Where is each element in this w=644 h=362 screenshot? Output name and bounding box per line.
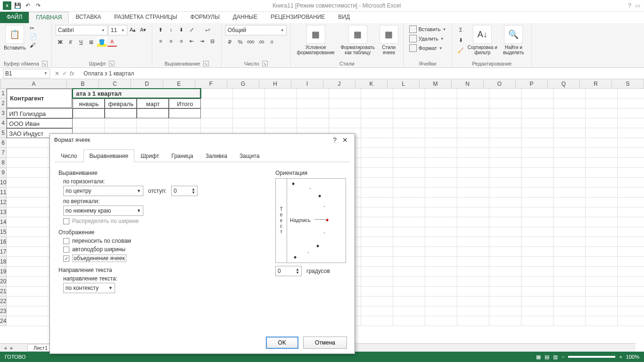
vertical-text-button[interactable]: Текст bbox=[276, 179, 287, 263]
font-launcher[interactable]: ↘ bbox=[109, 61, 115, 66]
cell-N22[interactable] bbox=[457, 296, 489, 306]
cell-R19[interactable] bbox=[586, 267, 618, 277]
cell-S11[interactable] bbox=[618, 188, 644, 197]
cancel-button[interactable]: Отмена bbox=[303, 337, 347, 349]
cell-R7[interactable] bbox=[586, 148, 618, 158]
redo-icon[interactable]: ↷ bbox=[34, 1, 42, 10]
autosum-icon[interactable]: Σ bbox=[456, 25, 465, 34]
cell-S4[interactable] bbox=[618, 118, 644, 128]
cell-Q4[interactable] bbox=[553, 118, 586, 128]
col-header-F[interactable]: F bbox=[195, 79, 227, 89]
col-header-N[interactable]: N bbox=[452, 79, 484, 89]
row-header-14[interactable]: 14 bbox=[0, 217, 7, 227]
cell-S6[interactable] bbox=[618, 138, 644, 148]
cell-K13[interactable] bbox=[361, 207, 393, 217]
cell-a1a2-merged[interactable]: Контрагент bbox=[7, 89, 72, 108]
cell-S2[interactable] bbox=[618, 99, 644, 108]
clipboard-launcher[interactable]: ↘ bbox=[42, 61, 48, 66]
cell-styles-button[interactable]: ▦Стили ячеек bbox=[379, 25, 399, 55]
cell-M5[interactable] bbox=[425, 128, 457, 138]
cell-K22[interactable] bbox=[361, 296, 393, 306]
cell-P12[interactable] bbox=[521, 197, 553, 207]
underline-button[interactable]: Ч bbox=[76, 37, 86, 47]
ribbon-display-icon[interactable]: ▭ bbox=[635, 2, 640, 9]
cell-Q17[interactable] bbox=[553, 247, 586, 257]
cell-N17[interactable] bbox=[457, 247, 489, 257]
cell-S3[interactable] bbox=[618, 108, 644, 118]
orientation-icon[interactable]: ⤢ bbox=[187, 25, 197, 34]
view-normal-icon[interactable]: ▦ bbox=[536, 354, 541, 360]
row-header-2[interactable]: 2 bbox=[0, 99, 7, 108]
cell-N11[interactable] bbox=[457, 188, 489, 197]
cell-L15[interactable] bbox=[393, 227, 425, 237]
cell-K4[interactable] bbox=[361, 118, 393, 128]
format-cells-button[interactable]: Формат▼ bbox=[407, 44, 445, 52]
cell-I4[interactable] bbox=[297, 118, 329, 128]
cell-N19[interactable] bbox=[457, 267, 489, 277]
col-header-P[interactable]: P bbox=[516, 79, 548, 89]
col-header-R[interactable]: R bbox=[580, 79, 612, 89]
cell-M14[interactable] bbox=[425, 217, 457, 227]
cell-P24[interactable] bbox=[521, 316, 553, 326]
cell-N16[interactable] bbox=[457, 237, 489, 247]
cell-K19[interactable] bbox=[361, 267, 393, 277]
row-header-8[interactable]: 8 bbox=[0, 158, 7, 168]
cell-O6[interactable] bbox=[489, 138, 521, 148]
row-header-15[interactable]: 15 bbox=[0, 227, 7, 237]
ok-button[interactable]: OK bbox=[266, 337, 298, 349]
cell-K18[interactable] bbox=[361, 257, 393, 267]
formula-input[interactable]: Оплата з 1 квартал bbox=[79, 70, 644, 77]
wrap-text-checkbox[interactable] bbox=[63, 238, 69, 244]
cell-M11[interactable] bbox=[425, 188, 457, 197]
cell-J4[interactable] bbox=[329, 118, 361, 128]
cell-K23[interactable] bbox=[361, 306, 393, 316]
cell-M7[interactable] bbox=[425, 148, 457, 158]
cell-S12[interactable] bbox=[618, 197, 644, 207]
cell-N23[interactable] bbox=[457, 306, 489, 316]
enter-formula-icon[interactable]: ✓ bbox=[62, 70, 67, 77]
orientation-handle[interactable]: ◆ bbox=[326, 218, 329, 222]
decrease-font-icon[interactable]: A▾ bbox=[139, 25, 148, 34]
tab-view[interactable]: ВИД bbox=[331, 12, 356, 23]
row-header-12[interactable]: 12 bbox=[0, 197, 7, 207]
cell-D4[interactable] bbox=[137, 118, 169, 128]
cell-R23[interactable] bbox=[586, 306, 618, 316]
cell-O4[interactable] bbox=[489, 118, 521, 128]
col-header-I[interactable]: I bbox=[291, 79, 323, 89]
cell-O11[interactable] bbox=[489, 188, 521, 197]
cell-H2[interactable] bbox=[265, 99, 297, 108]
cell-Q21[interactable] bbox=[553, 287, 586, 296]
row-header-19[interactable]: 19 bbox=[0, 267, 7, 277]
row-header-9[interactable]: 9 bbox=[0, 168, 7, 178]
cell-L14[interactable] bbox=[393, 217, 425, 227]
percent-format-icon[interactable]: % bbox=[236, 37, 245, 47]
cell-M6[interactable] bbox=[425, 138, 457, 148]
row-header-11[interactable]: 11 bbox=[0, 188, 7, 197]
cell-F4[interactable] bbox=[201, 118, 233, 128]
cell-C3[interactable] bbox=[105, 108, 137, 118]
dlg-tab-border[interactable]: Граница bbox=[165, 149, 199, 162]
cell-P13[interactable] bbox=[521, 207, 553, 217]
view-pagelayout-icon[interactable]: ▤ bbox=[545, 354, 549, 360]
wrap-text-icon[interactable]: ⮐ bbox=[203, 25, 213, 34]
cell-M10[interactable] bbox=[425, 178, 457, 188]
cell-Q6[interactable] bbox=[553, 138, 586, 148]
cell-M15[interactable] bbox=[425, 227, 457, 237]
shrink-fit-checkbox[interactable] bbox=[63, 247, 69, 253]
text-direction-select[interactable]: по контексту▼ bbox=[63, 283, 115, 293]
cell-P20[interactable] bbox=[521, 277, 553, 287]
cell-P19[interactable] bbox=[521, 267, 553, 277]
cell-S22[interactable] bbox=[618, 296, 644, 306]
cell-P14[interactable] bbox=[521, 217, 553, 227]
cell-K17[interactable] bbox=[361, 247, 393, 257]
col-header-M[interactable]: M bbox=[420, 79, 452, 89]
vertical-align-select[interactable]: по нижнему краю▼ bbox=[63, 206, 143, 216]
cell-Q9[interactable] bbox=[553, 168, 586, 178]
sheet-nav-prev-icon[interactable]: ◂ bbox=[0, 345, 10, 351]
cell-O3[interactable] bbox=[489, 108, 521, 118]
col-header-O[interactable]: O bbox=[484, 79, 516, 89]
cell-Q3[interactable] bbox=[553, 108, 586, 118]
cell-N7[interactable] bbox=[457, 148, 489, 158]
tab-insert[interactable]: ВСТАВКА bbox=[69, 12, 107, 23]
cell-K7[interactable] bbox=[361, 148, 393, 158]
